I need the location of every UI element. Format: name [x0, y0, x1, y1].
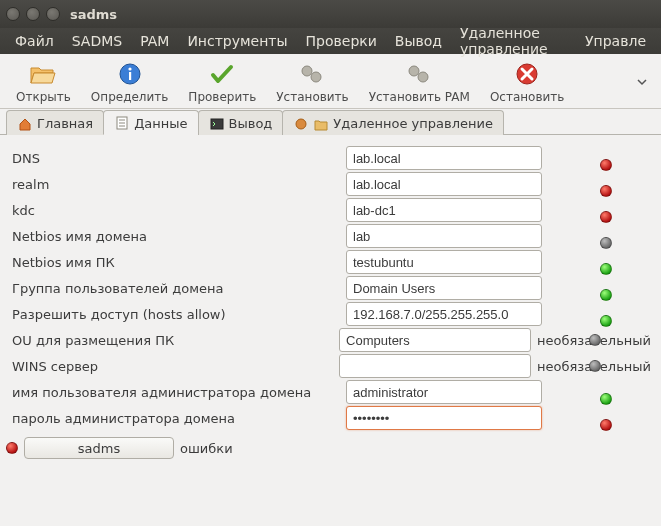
- text-input[interactable]: [346, 406, 542, 430]
- svg-point-6: [418, 72, 428, 82]
- install-pam-label: Установить PAM: [369, 90, 470, 104]
- gears-icon: [299, 60, 325, 88]
- tab-remote[interactable]: Удаленное управление: [282, 110, 504, 135]
- form-note: необязательный: [531, 333, 651, 348]
- status-led-icon: [600, 315, 612, 327]
- form-row: WINS сервернеобязательный: [10, 353, 651, 379]
- stop-button[interactable]: Остановить: [482, 58, 573, 106]
- status-led-icon: [600, 289, 612, 301]
- text-input[interactable]: [346, 380, 542, 404]
- install-button[interactable]: Установить: [268, 58, 356, 106]
- form-input-wrap: [346, 380, 542, 404]
- stop-label: Остановить: [490, 90, 565, 104]
- form-row: Netbios имя домена: [10, 223, 651, 249]
- tabstrip: Главная Данные Вывод Удаленное управлени…: [0, 109, 661, 135]
- text-input[interactable]: [346, 146, 542, 170]
- minimize-window-button[interactable]: [26, 7, 40, 21]
- maximize-window-button[interactable]: [46, 7, 60, 21]
- form-input-wrap: [346, 224, 542, 248]
- text-input[interactable]: [346, 198, 542, 222]
- menu-tools[interactable]: Инструменты: [178, 30, 296, 52]
- status-led-icon: [600, 419, 612, 431]
- text-input[interactable]: [346, 172, 542, 196]
- form-row: kdc: [10, 197, 651, 223]
- menu-file[interactable]: Файл: [6, 30, 63, 52]
- form-label: DNS: [10, 151, 346, 166]
- form-label: Netbios имя домена: [10, 229, 346, 244]
- chevron-down-icon: [637, 77, 647, 87]
- status-led-icon: [600, 393, 612, 405]
- home-icon: [17, 116, 33, 132]
- text-input[interactable]: [346, 276, 542, 300]
- stop-icon: [515, 60, 539, 88]
- gears-icon: [406, 60, 432, 88]
- form-note: необязательный: [531, 359, 651, 374]
- form-row: Netbios имя ПК: [10, 249, 651, 275]
- menu-remote[interactable]: Удаленное управление: [451, 22, 576, 60]
- tab-home[interactable]: Главная: [6, 110, 104, 135]
- svg-point-3: [302, 66, 312, 76]
- text-input[interactable]: [346, 250, 542, 274]
- form-row: Разрешить доступ (hosts allow): [10, 301, 651, 327]
- info-icon: [118, 60, 142, 88]
- form-row: OU для размещения ПКнеобязательный: [10, 327, 651, 353]
- status-message: ошибки: [180, 441, 233, 456]
- form-row: realm: [10, 171, 651, 197]
- install-pam-button[interactable]: Установить PAM: [361, 58, 478, 106]
- form-row: пароль администратора домена: [10, 405, 651, 431]
- form-row: имя пользователя администратора домена: [10, 379, 651, 405]
- install-label: Установить: [276, 90, 348, 104]
- form-label: OU для размещения ПК: [10, 333, 339, 348]
- tab-output[interactable]: Вывод: [198, 110, 284, 135]
- check-label: Проверить: [188, 90, 256, 104]
- open-button[interactable]: Открыть: [8, 58, 79, 106]
- tab-data-label: Данные: [134, 116, 187, 131]
- svg-rect-1: [129, 72, 131, 80]
- toolbar: Открыть Определить Проверить Установить …: [0, 54, 661, 109]
- menu-sadms[interactable]: SADMS: [63, 30, 131, 52]
- menu-output[interactable]: Вывод: [386, 30, 451, 52]
- form-label: kdc: [10, 203, 346, 218]
- folder-open-icon: [30, 60, 56, 88]
- menu-manage[interactable]: Управле: [576, 30, 655, 52]
- form-label: realm: [10, 177, 346, 192]
- svg-point-13: [296, 119, 306, 129]
- toolbar-overflow[interactable]: [631, 77, 653, 87]
- tab-data[interactable]: Данные: [103, 110, 198, 135]
- status-led-icon: [600, 185, 612, 197]
- status-sadms-button[interactable]: sadms: [24, 437, 174, 459]
- form-row: Группа пользователей домена: [10, 275, 651, 301]
- check-icon: [210, 60, 234, 88]
- status-led-icon: [589, 334, 601, 346]
- form-input-wrap: [346, 198, 542, 222]
- detect-label: Определить: [91, 90, 169, 104]
- form-label: Netbios имя ПК: [10, 255, 346, 270]
- status-led-icon: [600, 237, 612, 249]
- open-label: Открыть: [16, 90, 71, 104]
- window-buttons: [6, 7, 60, 21]
- menu-checks[interactable]: Проверки: [297, 30, 386, 52]
- form-input-wrap: [346, 302, 542, 326]
- document-icon: [114, 115, 130, 131]
- text-input[interactable]: [346, 224, 542, 248]
- form-label: имя пользователя администратора домена: [10, 385, 346, 400]
- svg-rect-12: [211, 119, 223, 129]
- folder-icon: [313, 116, 329, 132]
- check-button[interactable]: Проверить: [180, 58, 264, 106]
- status-led-icon: [600, 211, 612, 223]
- text-input[interactable]: [346, 302, 542, 326]
- text-input[interactable]: [339, 354, 531, 378]
- menu-pam[interactable]: PAM: [131, 30, 178, 52]
- svg-point-5: [409, 66, 419, 76]
- close-window-button[interactable]: [6, 7, 20, 21]
- detect-button[interactable]: Определить: [83, 58, 177, 106]
- form-label: пароль администратора домена: [10, 411, 346, 426]
- form-input-wrap: [346, 406, 542, 430]
- statusbar: sadms ошибки: [0, 435, 661, 463]
- text-input[interactable]: [339, 328, 531, 352]
- status-led-icon: [600, 159, 612, 171]
- tab-output-label: Вывод: [229, 116, 273, 131]
- status-led-icon: [6, 442, 18, 454]
- form-input-wrap: [346, 276, 542, 300]
- form-input-wrap: [346, 172, 542, 196]
